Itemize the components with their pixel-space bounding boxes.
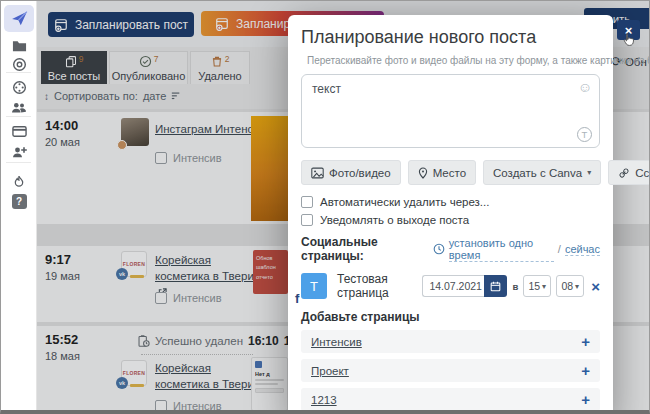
place-label: Место xyxy=(433,167,466,179)
avatar: FLOREN vk xyxy=(121,360,147,386)
status-text: Успешно удален xyxy=(155,335,243,347)
hour-select[interactable]: 15 ▾ xyxy=(523,275,551,297)
calendar-button[interactable] xyxy=(484,275,507,297)
sidebar-item-billing[interactable] xyxy=(1,120,37,142)
social-pages-header: Социальные страницы: установить одно вре… xyxy=(301,235,600,263)
vk-badge-icon: vk xyxy=(116,268,128,280)
team-icon xyxy=(11,100,27,116)
auto-delete-checkbox[interactable] xyxy=(301,196,313,208)
add-plus-button[interactable]: + xyxy=(581,334,590,349)
clock-icon xyxy=(433,243,445,255)
notify-checkbox[interactable] xyxy=(301,214,313,226)
links-separator: / xyxy=(558,243,561,255)
project-check-row: Интенсив xyxy=(155,400,222,412)
minute-select[interactable]: 08 ▾ xyxy=(556,275,584,297)
sidebar-item-posts[interactable] xyxy=(4,5,34,32)
time-links: установить одно время / сейчас xyxy=(433,237,600,262)
check-circle-icon xyxy=(139,55,152,68)
social-pages-label: Социальные страницы: xyxy=(301,235,433,263)
add-plus-button[interactable]: + xyxy=(581,392,590,407)
sort-value: дате xyxy=(143,90,166,102)
vk-progress-bar xyxy=(130,384,144,387)
photo-video-label: Фото/видео xyxy=(329,167,391,179)
sidebar: ? xyxy=(1,1,37,410)
alert-badge[interactable]: Обнов шаблон отчето xyxy=(253,250,288,294)
post-title-text: Инстаграм Интенсив xyxy=(155,123,266,135)
caret-down-icon: ▾ xyxy=(542,282,546,291)
project-checkbox[interactable] xyxy=(155,152,167,164)
project-label: Интенсив xyxy=(173,292,222,304)
text-format-icon[interactable]: T xyxy=(577,127,592,142)
schedule-post-label: Запланировать пост xyxy=(75,18,188,32)
add-page-row: Интенсив + xyxy=(301,330,600,353)
reel-icon xyxy=(12,80,27,95)
preview-line xyxy=(255,383,278,385)
card-icon xyxy=(12,124,27,139)
schedule-post-icon xyxy=(54,18,68,32)
new-post-modal: × Планирование нового поста Перетаскивай… xyxy=(288,15,613,414)
sidebar-divider xyxy=(6,116,31,117)
project-link[interactable]: 1213 xyxy=(311,394,337,406)
sidebar-item-reels[interactable] xyxy=(1,76,37,98)
location-pin-icon xyxy=(418,167,428,179)
schedule-post-button[interactable]: Запланировать пост xyxy=(48,12,194,37)
now-link[interactable]: сейчас xyxy=(565,243,600,256)
post-time: 9:17 xyxy=(45,252,80,267)
link-button[interactable]: Ссылка xyxy=(608,160,650,185)
avatar-text: FLOREN xyxy=(123,370,145,376)
fire-icon xyxy=(12,174,26,189)
image-icon xyxy=(311,167,324,179)
project-check-row: Интенсив xyxy=(155,292,222,304)
schedule-stories-icon xyxy=(215,17,229,31)
remove-page-button[interactable]: × xyxy=(591,279,600,294)
place-button[interactable]: Место xyxy=(408,160,476,185)
folder-icon xyxy=(12,38,27,53)
hour-value: 15 xyxy=(528,280,540,292)
post-title-text: Корейская косметика в Твери xyxy=(155,254,254,282)
post-image-preview[interactable]: Нет д xyxy=(251,357,288,411)
trash-icon xyxy=(211,55,223,68)
instagram-badge-icon xyxy=(117,140,127,150)
app-window: ? Запланировать пост Запланир менить ⟳ xyxy=(0,0,650,414)
project-checkbox[interactable] xyxy=(155,292,167,304)
divider xyxy=(141,354,253,355)
canva-label: Создать с Canva xyxy=(493,167,582,179)
sidebar-divider xyxy=(6,72,31,73)
clipboard-clock-icon xyxy=(137,334,150,348)
post-title-link[interactable]: Корейская косметика в Твери xyxy=(155,360,257,392)
avatar: FLOREN vk xyxy=(121,251,147,277)
avatar xyxy=(121,118,149,146)
help-icon: ? xyxy=(12,194,27,209)
tab-published[interactable]: 7 Опубликовано xyxy=(109,51,188,84)
sidebar-item-hot[interactable] xyxy=(1,170,37,192)
post-image-preview[interactable] xyxy=(251,116,288,221)
set-one-time-link[interactable]: установить одно время xyxy=(449,237,554,262)
project-link[interactable]: Проект xyxy=(311,365,349,377)
tab-label: Все посты xyxy=(48,70,101,82)
canva-button[interactable]: Создать с Canva ▾ xyxy=(483,160,601,185)
project-checkbox[interactable] xyxy=(155,400,167,412)
facebook-badge-icon: f xyxy=(295,291,299,306)
caret-down-icon: ▾ xyxy=(587,168,591,177)
project-link[interactable]: Интенсив xyxy=(311,336,362,348)
sidebar-item-help[interactable]: ? xyxy=(1,190,37,212)
updown-icon: ↕ xyxy=(44,91,49,102)
tab-deleted[interactable]: 2 Удалено xyxy=(190,51,250,84)
photo-video-button[interactable]: Фото/видео xyxy=(301,160,401,185)
emoji-icon[interactable]: ☺ xyxy=(578,79,592,95)
date-input[interactable] xyxy=(422,275,484,297)
page-avatar: T f xyxy=(301,273,327,299)
sort-amount-icon xyxy=(171,91,181,101)
modal-subtitle-row: Перетаскивайте фото и видео файлы на эту… xyxy=(301,55,600,66)
post-text-editor[interactable]: текст ☺ T xyxy=(301,74,600,148)
add-plus-button[interactable]: + xyxy=(581,363,590,378)
page-avatar-letter: T xyxy=(310,279,318,294)
stories-icon xyxy=(12,57,27,72)
schedule-stories-label: Запланир xyxy=(236,17,290,31)
sidebar-item-invite[interactable] xyxy=(1,141,37,163)
post-options: Автоматически удалить через... Уведомлят… xyxy=(301,196,600,226)
post-date: 19 мая xyxy=(45,270,80,282)
tab-all-posts[interactable]: 9 Все посты xyxy=(41,51,107,84)
modal-subtitle: Перетаскивайте фото и видео файлы на эту… xyxy=(307,55,650,66)
sort-control[interactable]: ↕ Сортировать по: дате xyxy=(44,90,181,102)
